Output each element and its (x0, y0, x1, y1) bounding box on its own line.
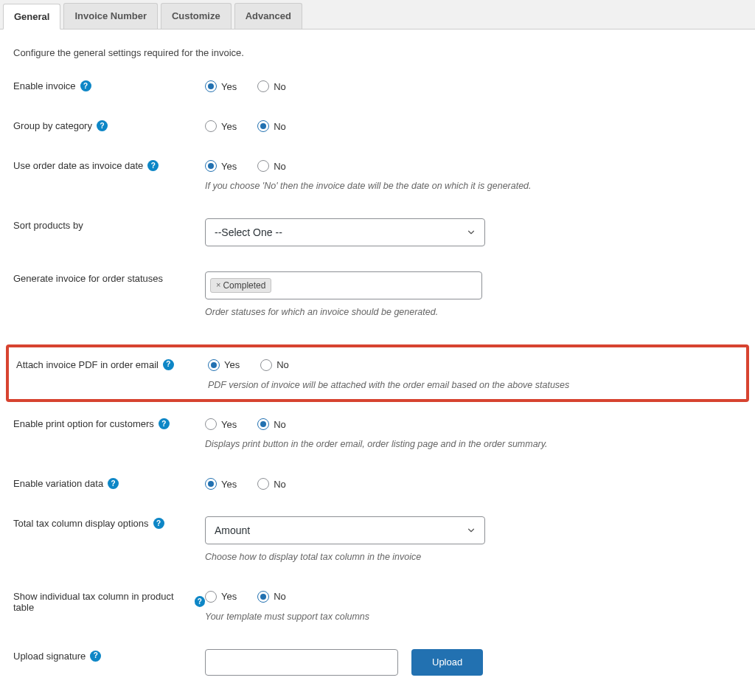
sort-products-select[interactable]: --Select One -- (205, 218, 485, 246)
help-icon[interactable]: ? (108, 478, 119, 489)
total-tax-label: Total tax column display options (13, 518, 149, 529)
total-tax-desc: Choose how to display total tax column i… (205, 550, 588, 564)
group-category-no[interactable]: No (257, 120, 286, 132)
radio-icon (257, 418, 269, 430)
radio-icon (208, 359, 220, 371)
settings-content: Configure the general settings required … (0, 30, 755, 700)
use-order-date-yes[interactable]: Yes (205, 160, 237, 172)
enable-print-yes[interactable]: Yes (205, 418, 237, 430)
radio-icon (257, 80, 269, 92)
enable-invoice-label: Enable invoice (13, 80, 76, 91)
highlighted-row: Attach invoice PDF in order email ? Yes … (6, 344, 749, 403)
tab-customize[interactable]: Customize (161, 3, 232, 29)
radio-icon (205, 80, 217, 92)
radio-icon (205, 591, 217, 603)
enable-print-desc: Displays print button in the order email… (205, 437, 588, 451)
total-tax-select[interactable]: Amount (205, 516, 485, 544)
individual-tax-label: Show individual tax column in product ta… (13, 591, 190, 613)
enable-variation-label: Enable variation data (13, 478, 103, 489)
radio-icon (257, 160, 269, 172)
use-order-date-desc: If you choose 'No' then the invoice date… (205, 179, 588, 193)
intro-text: Configure the general settings required … (13, 47, 742, 58)
radio-icon (205, 418, 217, 430)
signature-input[interactable] (205, 649, 398, 676)
status-tag-completed[interactable]: × Completed (210, 278, 271, 293)
help-icon[interactable]: ? (159, 418, 170, 429)
enable-variation-yes[interactable]: Yes (205, 478, 237, 490)
individual-tax-no[interactable]: No (257, 591, 286, 603)
attach-pdf-desc: PDF version of invoice will be attached … (208, 378, 591, 392)
tab-invoice-number[interactable]: Invoice Number (63, 3, 158, 29)
attach-pdf-label: Attach invoice PDF in order email (16, 359, 159, 370)
radio-icon (205, 120, 217, 132)
tab-advanced[interactable]: Advanced (234, 3, 302, 29)
help-icon[interactable]: ? (153, 518, 164, 529)
radio-icon (257, 478, 269, 490)
help-icon[interactable]: ? (163, 359, 174, 370)
enable-invoice-no[interactable]: No (257, 80, 286, 92)
radio-icon (257, 591, 269, 603)
enable-variation-no[interactable]: No (257, 478, 286, 490)
radio-icon (205, 160, 217, 172)
use-order-date-no[interactable]: No (257, 160, 286, 172)
help-icon[interactable]: ? (90, 651, 101, 662)
upload-signature-button[interactable]: Upload (411, 649, 483, 676)
statuses-tagbox[interactable]: × Completed (205, 271, 482, 299)
radio-icon (260, 359, 272, 371)
help-icon[interactable]: ? (195, 596, 205, 607)
help-icon[interactable]: ? (97, 120, 108, 131)
enable-invoice-yes[interactable]: Yes (205, 80, 237, 92)
sort-products-label: Sort products by (13, 220, 83, 231)
enable-print-label: Enable print option for customers (13, 418, 154, 429)
enable-print-no[interactable]: No (257, 418, 286, 430)
attach-pdf-yes[interactable]: Yes (208, 359, 240, 371)
generate-statuses-desc: Order statuses for which an invoice shou… (205, 305, 588, 319)
help-icon[interactable]: ? (147, 160, 159, 171)
upload-signature-label: Upload signature (13, 651, 86, 662)
group-category-label: Group by category (13, 120, 92, 131)
help-icon[interactable]: ? (80, 80, 91, 91)
radio-icon (257, 120, 269, 132)
settings-tabs: General Invoice Number Customize Advance… (0, 0, 755, 30)
tab-general[interactable]: General (3, 4, 60, 30)
attach-pdf-no[interactable]: No (260, 359, 289, 371)
individual-tax-yes[interactable]: Yes (205, 591, 237, 603)
generate-statuses-label: Generate invoice for order statuses (13, 273, 163, 284)
radio-icon (205, 478, 217, 490)
use-order-date-label: Use order date as invoice date (13, 160, 143, 171)
close-icon: × (216, 281, 220, 289)
individual-tax-desc: Your template must support tax columns (205, 610, 588, 624)
group-category-yes[interactable]: Yes (205, 120, 237, 132)
